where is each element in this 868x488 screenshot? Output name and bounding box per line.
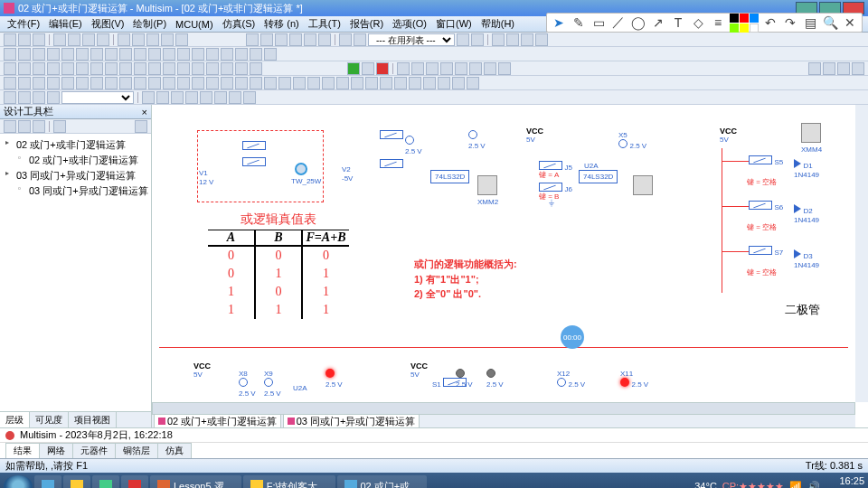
tb-btn[interactable]: [76, 62, 89, 75]
sidebar-tab-hierarchy[interactable]: 层级: [0, 412, 30, 427]
menu-mcu[interactable]: MCU(M): [172, 19, 217, 30]
tb-btn[interactable]: [118, 33, 130, 46]
tb-btn[interactable]: [521, 33, 533, 46]
tb-btn[interactable]: [4, 91, 16, 104]
task-item[interactable]: [121, 475, 148, 488]
tree-item[interactable]: 02 或门+或非门逻辑运算: [4, 153, 147, 168]
tb-btn[interactable]: [192, 62, 204, 75]
bottom-tab-sim[interactable]: 仿真: [157, 443, 192, 458]
tb-btn[interactable]: [467, 77, 479, 89]
diode-d1[interactable]: D11N4149: [794, 159, 819, 179]
tb-btn[interactable]: [307, 77, 320, 89]
tb-btn[interactable]: [336, 77, 349, 89]
tb-btn[interactable]: [33, 62, 45, 75]
menu-sim[interactable]: 仿真(S): [219, 17, 259, 31]
tb-btn[interactable]: [148, 48, 161, 61]
led-on-1[interactable]: 2.5 V: [326, 369, 343, 389]
tb-btn[interactable]: [171, 91, 184, 104]
instrument-xmm2[interactable]: XMM2: [477, 175, 498, 206]
tb-btn[interactable]: [4, 62, 16, 75]
system-tray[interactable]: 34°C CP:★★★★★ 📶 🔊 16:25 2023/8/2: [694, 475, 864, 488]
led-x8[interactable]: X82.5 V: [239, 369, 256, 398]
tb-btn[interactable]: [192, 48, 204, 61]
tb-btn[interactable]: [185, 91, 198, 104]
pause-button[interactable]: [362, 62, 374, 75]
led-x12[interactable]: X12 2.5 V: [557, 369, 585, 389]
layer-combo[interactable]: [61, 91, 134, 104]
tb-btn[interactable]: [142, 91, 155, 104]
tb-btn[interactable]: [18, 120, 31, 133]
sidebar-close-icon[interactable]: ×: [142, 107, 147, 117]
tb-btn[interactable]: [53, 33, 66, 46]
tb-btn[interactable]: [397, 62, 410, 75]
tb-btn[interactable]: [90, 62, 103, 75]
tb-btn[interactable]: [18, 91, 31, 104]
diode-d2[interactable]: D21N4149: [794, 204, 819, 224]
tb-btn[interactable]: [18, 33, 31, 46]
doc-tab-2[interactable]: 03 同或门+异或门逻辑运算: [283, 414, 420, 428]
play-time-badge[interactable]: 00:00: [561, 325, 584, 349]
switch-bot[interactable]: [380, 159, 403, 170]
tb-btn[interactable]: [246, 33, 259, 46]
design-tree[interactable]: 02 或门+或非门逻辑运算 02 或门+或非门逻辑运算 03 同或门+异或门逻辑…: [0, 134, 151, 411]
tb-btn[interactable]: [250, 62, 262, 75]
schematic-canvas[interactable]: V112 V TW_25W V2-5V 2.5 V 74LS32D 2.5 V …: [152, 105, 855, 402]
in-use-combo[interactable]: --- 在用列表 ---: [368, 33, 455, 46]
tb-btn[interactable]: [33, 91, 45, 104]
start-button[interactable]: [4, 475, 33, 488]
tb-btn[interactable]: [457, 33, 469, 46]
tb-btn[interactable]: [47, 91, 60, 104]
tb-btn[interactable]: [243, 91, 256, 104]
tb-btn[interactable]: [469, 62, 482, 75]
tb-btn[interactable]: [837, 62, 850, 75]
tb-btn[interactable]: [4, 48, 16, 61]
tb-btn[interactable]: [148, 77, 161, 89]
tb-btn[interactable]: [200, 91, 212, 104]
led-indicator[interactable]: 2.5 V: [405, 136, 422, 155]
menu-window[interactable]: 窗口(W): [432, 17, 476, 31]
tb-btn[interactable]: [105, 48, 118, 61]
tb-btn[interactable]: [423, 77, 436, 89]
tb-btn[interactable]: [146, 33, 159, 46]
tb-btn[interactable]: [351, 77, 363, 89]
led-off-2[interactable]: 2.5 V: [486, 369, 504, 389]
instrument-xmm4[interactable]: XMM4: [801, 123, 822, 154]
tb-btn[interactable]: [221, 62, 233, 75]
task-item[interactable]: [34, 475, 61, 488]
redo-icon[interactable]: ↷: [782, 14, 798, 31]
tb-btn[interactable]: [61, 48, 74, 61]
menu-file[interactable]: 文件(F): [4, 17, 43, 31]
tb-btn[interactable]: [264, 77, 277, 89]
tb-btn[interactable]: [90, 48, 103, 61]
tb-btn[interactable]: [119, 48, 132, 61]
menu-tools[interactable]: 工具(T): [305, 17, 344, 31]
tb-btn[interactable]: [808, 62, 821, 75]
tree-item[interactable]: 02 或门+或非门逻辑运算: [4, 137, 147, 153]
tb-btn[interactable]: [214, 91, 227, 104]
tb-btn[interactable]: [47, 48, 60, 61]
tb-btn[interactable]: [33, 48, 45, 61]
ic-74ls32d-2[interactable]: 74LS32D: [579, 170, 618, 183]
tree-item[interactable]: 03 同或门+异或门逻辑运算: [4, 168, 147, 183]
stop-button[interactable]: [376, 62, 389, 75]
task-item[interactable]: [92, 475, 119, 488]
tb-btn[interactable]: [177, 77, 190, 89]
close-icon[interactable]: ✕: [842, 14, 858, 31]
tb-btn[interactable]: [47, 62, 60, 75]
tb-btn[interactable]: [260, 33, 273, 46]
bottom-tab-copper[interactable]: 铜箔层: [115, 443, 158, 458]
menu-place[interactable]: 绘制(P): [129, 17, 170, 31]
tb-btn[interactable]: [380, 77, 392, 89]
menu-edit[interactable]: 编辑(E): [45, 17, 86, 31]
tb-btn[interactable]: [90, 77, 103, 89]
tb-btn[interactable]: [61, 77, 74, 89]
tb-btn[interactable]: [206, 62, 219, 75]
lamp-icon[interactable]: [295, 163, 307, 175]
tb-btn[interactable]: [97, 33, 109, 46]
tb-btn[interactable]: [134, 62, 146, 75]
switch-s5[interactable]: S5: [749, 155, 783, 166]
task-item[interactable]: F:\技创客大…: [243, 475, 335, 488]
tb-btn[interactable]: [68, 33, 80, 46]
menu-view[interactable]: 视图(V): [88, 17, 128, 31]
text-icon[interactable]: T: [670, 14, 686, 31]
